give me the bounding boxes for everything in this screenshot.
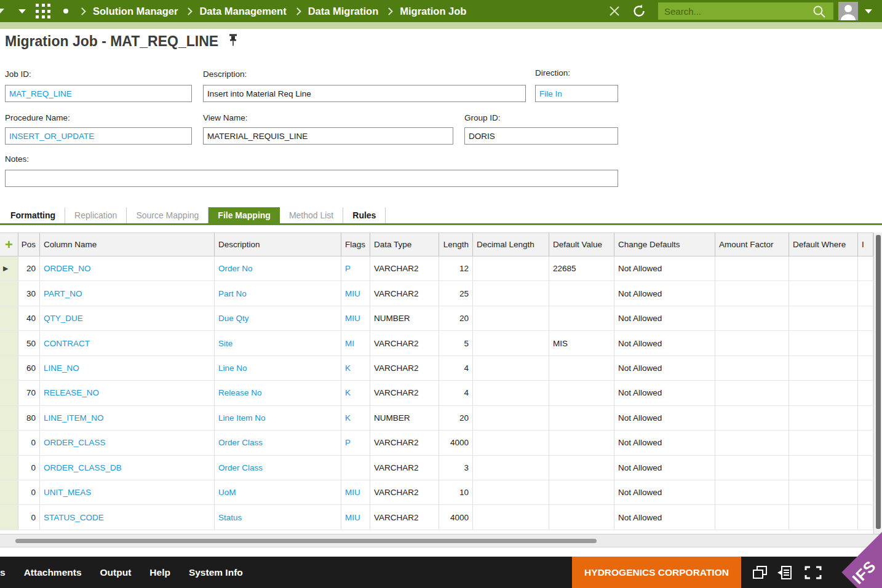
cell-default-value[interactable] xyxy=(549,505,614,529)
cell-length[interactable]: 4000 xyxy=(439,431,473,455)
cell-length[interactable]: 3 xyxy=(439,456,473,480)
pushpin-icon[interactable] xyxy=(228,33,238,50)
cell-i[interactable] xyxy=(858,256,873,280)
cell-default-value[interactable]: MIS xyxy=(549,331,614,355)
cell-decimal-length[interactable] xyxy=(473,331,549,355)
notes-input[interactable] xyxy=(5,170,618,187)
cell-pos[interactable]: 80 xyxy=(18,406,40,430)
column-header-decimal-length[interactable]: Decimal Length xyxy=(473,233,549,256)
cell-length[interactable]: 4 xyxy=(439,381,473,405)
cell-flags[interactable]: MIU xyxy=(341,480,370,504)
table-row[interactable]: 0UNIT_MEASUoMMIUVARCHAR210Not Allowed xyxy=(0,480,873,505)
cell-data-type[interactable]: VARCHAR2 xyxy=(370,256,439,280)
cell-data-type[interactable]: VARCHAR2 xyxy=(370,331,439,355)
vertical-scrollbar-thumb[interactable] xyxy=(876,235,881,529)
breadcrumb-item[interactable]: Data Migration xyxy=(308,6,379,17)
cell-change-defaults[interactable]: Not Allowed xyxy=(614,505,715,529)
row-selector[interactable] xyxy=(0,381,18,405)
cell-change-defaults[interactable]: Not Allowed xyxy=(614,431,715,455)
cell-default-where[interactable] xyxy=(789,306,858,330)
cell-default-value[interactable]: 22685 xyxy=(549,256,614,280)
cell-change-defaults[interactable]: Not Allowed xyxy=(614,306,715,330)
add-row-icon[interactable]: + xyxy=(5,239,13,251)
cell-default-where[interactable] xyxy=(789,406,858,430)
cell-change-defaults[interactable]: Not Allowed xyxy=(614,331,715,355)
cell-default-where[interactable] xyxy=(789,431,858,455)
cell-default-value[interactable] xyxy=(549,281,614,305)
row-selector[interactable] xyxy=(0,431,18,455)
tab-source-mapping[interactable]: Source Mapping xyxy=(127,207,209,223)
fullscreen-icon[interactable] xyxy=(803,565,823,583)
cell-length[interactable]: 25 xyxy=(439,281,473,305)
table-row[interactable]: 60LINE_NOLine NoKVARCHAR24Not Allowed xyxy=(0,356,873,381)
cell-change-defaults[interactable]: Not Allowed xyxy=(614,281,715,305)
cell-pos[interactable]: 40 xyxy=(18,306,40,330)
cell-decimal-length[interactable] xyxy=(473,356,549,380)
cell-description[interactable]: Due Qty xyxy=(215,306,341,330)
cell-length[interactable]: 5 xyxy=(439,331,473,355)
cell-amount-factor[interactable] xyxy=(715,480,789,504)
breadcrumb-item[interactable]: Migration Job xyxy=(400,6,466,17)
cell-flags[interactable]: MI xyxy=(341,331,370,355)
vertical-scrollbar[interactable] xyxy=(873,232,882,534)
cell-data-type[interactable]: NUMBER xyxy=(370,406,439,430)
cell-length[interactable]: 20 xyxy=(439,306,473,330)
cell-data-type[interactable]: VARCHAR2 xyxy=(370,356,439,380)
row-selector[interactable] xyxy=(0,306,18,330)
direction-input[interactable] xyxy=(535,85,618,102)
cell-data-type[interactable]: VARCHAR2 xyxy=(370,431,439,455)
column-header-i[interactable]: I xyxy=(858,233,873,256)
description-input[interactable] xyxy=(203,85,526,102)
cell-flags[interactable]: K xyxy=(341,381,370,405)
cell-column-name[interactable]: ORDER_CLASS xyxy=(40,431,215,455)
column-header-default-where[interactable]: Default Where xyxy=(789,233,858,256)
cell-description[interactable]: Part No xyxy=(215,281,341,305)
cell-pos[interactable]: 20 xyxy=(18,256,40,280)
cell-length[interactable]: 20 xyxy=(439,406,473,430)
cell-amount-factor[interactable] xyxy=(715,256,789,280)
table-row[interactable]: 0STATUS_CODEStatusMIUVARCHAR24000Not All… xyxy=(0,505,873,530)
cell-amount-factor[interactable] xyxy=(715,431,789,455)
cell-decimal-length[interactable] xyxy=(473,480,549,504)
cell-default-value[interactable] xyxy=(549,480,614,504)
statusbar-item-system-info[interactable]: System Info xyxy=(189,567,243,578)
cell-pos[interactable]: 0 xyxy=(18,456,40,480)
tab-file-mapping[interactable]: File Mapping xyxy=(209,207,280,223)
cell-description[interactable]: Order No xyxy=(215,256,341,280)
cell-i[interactable] xyxy=(858,505,873,529)
column-header-flags[interactable]: Flags xyxy=(341,233,370,256)
cell-change-defaults[interactable]: Not Allowed xyxy=(614,456,715,480)
table-row[interactable]: 30PART_NOPart NoMIUVARCHAR225Not Allowed xyxy=(0,281,873,306)
cell-flags[interactable]: K xyxy=(341,406,370,430)
user-menu-caret-icon[interactable] xyxy=(865,9,872,14)
cell-description[interactable]: Line Item No xyxy=(215,406,341,430)
cell-column-name[interactable]: ORDER_CLASS_DB xyxy=(40,456,215,480)
statusbar-item-attachments[interactable]: Attachments xyxy=(24,567,82,578)
cell-amount-factor[interactable] xyxy=(715,381,789,405)
column-header-change-defaults[interactable]: Change Defaults xyxy=(614,233,715,256)
cell-amount-factor[interactable] xyxy=(715,356,789,380)
row-selector[interactable] xyxy=(0,356,18,380)
cell-amount-factor[interactable] xyxy=(715,281,789,305)
horizontal-scrollbar[interactable] xyxy=(0,534,882,547)
cell-default-where[interactable] xyxy=(789,456,858,480)
table-row[interactable]: 70RELEASE_NORelease NoKVARCHAR24Not Allo… xyxy=(0,381,873,405)
cell-i[interactable] xyxy=(858,306,873,330)
tab-rules[interactable]: Rules xyxy=(343,207,386,223)
cell-description[interactable]: Status xyxy=(215,505,341,529)
cell-i[interactable] xyxy=(858,331,873,355)
cell-flags[interactable]: P xyxy=(341,256,370,280)
cell-default-value[interactable] xyxy=(549,456,614,480)
cell-i[interactable] xyxy=(858,281,873,305)
cell-flags[interactable]: P xyxy=(341,431,370,455)
row-selector[interactable] xyxy=(0,505,18,529)
horizontal-scrollbar-thumb[interactable] xyxy=(15,539,597,543)
cell-data-type[interactable]: VARCHAR2 xyxy=(370,480,439,504)
column-header-pos[interactable]: Pos xyxy=(18,233,40,256)
tab-formatting[interactable]: Formatting xyxy=(1,207,65,223)
cell-decimal-length[interactable] xyxy=(473,456,549,480)
refresh-icon[interactable] xyxy=(631,3,647,22)
dropdown-caret-icon[interactable] xyxy=(18,9,26,14)
cell-decimal-length[interactable] xyxy=(473,381,549,405)
cell-default-where[interactable] xyxy=(789,356,858,380)
